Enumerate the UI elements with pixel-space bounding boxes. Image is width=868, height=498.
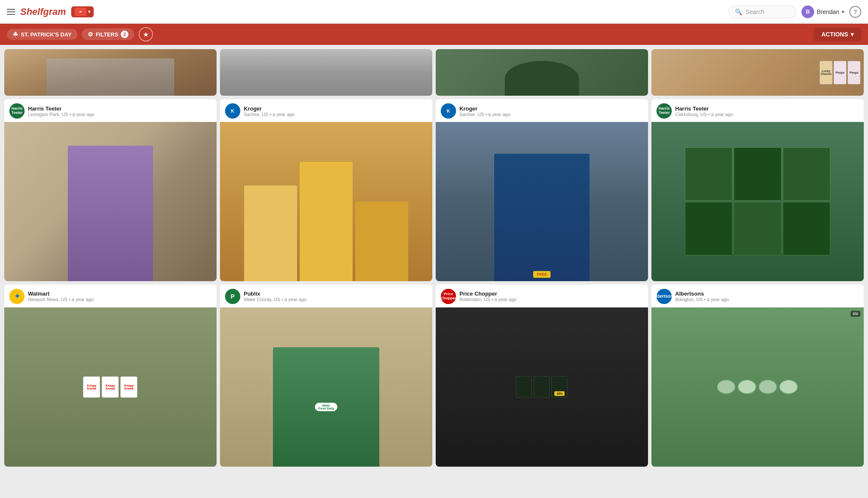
store-info-6: Publix Wake County, US • a year ago <box>244 290 427 302</box>
top-image-3 <box>436 49 648 96</box>
store-info-2: Kroger Sachse, US • a year ago <box>244 105 427 117</box>
event-filter-pill[interactable]: ☘ ST. PATRICK'S DAY <box>7 29 78 40</box>
store-avatar-5: ✦ <box>9 289 25 304</box>
store-avatar-4: HarrisTeeter <box>657 103 672 119</box>
grid-card-2[interactable]: K Kroger Sachse, US • a year ago <box>220 99 432 281</box>
grid-card-6[interactable]: P Publix Wake County, US • a year ago Ma… <box>220 285 432 467</box>
grid-card-1[interactable]: HarrisTeeter Harris Teeter Lexington Par… <box>4 99 217 281</box>
store-info-7: Price Chopper Rotterdam, US • a year ago <box>459 290 643 302</box>
top-image-1 <box>4 49 217 96</box>
star-icon: ★ <box>143 30 149 39</box>
top-card-4[interactable]: LuckyCharms Peeps Peeps <box>651 49 864 96</box>
header-right: 🔍 Search B Brendan ▾ ? <box>729 6 861 18</box>
store-meta-4: Clarksburg, US • a year ago <box>675 112 859 117</box>
store-info-3: Kroger Sachse, US • a year ago <box>459 105 643 117</box>
card-image-6: MadeFresh Daily <box>220 307 432 467</box>
top-image-2 <box>220 49 432 96</box>
grid-card-7[interactable]: PriceChopper Price Chopper Rotterdam, US… <box>436 285 648 467</box>
menu-icon[interactable] <box>7 9 15 15</box>
filters-label: FILTERS <box>96 31 118 38</box>
card-image-2 <box>220 122 432 281</box>
grid-card-8[interactable]: Albertsons Albertsons Arlington, US • a … <box>651 285 864 467</box>
store-meta-8: Arlington, US • a year ago <box>675 297 859 302</box>
brand-icon: ▪▪ <box>75 8 86 16</box>
store-avatar-2: K <box>225 103 240 119</box>
store-name-5: Walmart <box>28 290 211 297</box>
store-meta-7: Rotterdam, US • a year ago <box>459 297 643 302</box>
main-content: LuckyCharms Peeps Peeps HarrisTeeter Har… <box>0 45 868 498</box>
card-7-header: PriceChopper Price Chopper Rotterdam, US… <box>436 285 648 307</box>
store-avatar-3: K <box>441 103 456 119</box>
user-menu[interactable]: B Brendan ▾ <box>801 6 844 18</box>
filter-icon: ⚙ <box>88 31 93 38</box>
help-button[interactable]: ? <box>849 6 861 18</box>
card-image-5: KrispyKreme KrispyKreme KrispyKreme <box>4 307 217 467</box>
filters-count-badge: 2 <box>121 30 128 38</box>
store-name-3: Kroger <box>459 105 643 112</box>
store-info-5: Walmart Newport News, US • a year ago <box>28 290 211 302</box>
actions-chevron-icon: ▾ <box>851 31 854 38</box>
store-meta-2: Sachse, US • a year ago <box>244 112 427 117</box>
card-2-header: K Kroger Sachse, US • a year ago <box>220 99 432 122</box>
card-image-1 <box>4 122 217 281</box>
grid-card-5[interactable]: ✦ Walmart Newport News, US • a year ago … <box>4 285 217 467</box>
grid-card-3[interactable]: K Kroger Sachse, US • a year ago FREE <box>436 99 648 281</box>
top-card-2[interactable] <box>220 49 432 96</box>
logo-text: Shelfgram <box>20 6 66 17</box>
card-image-8: OV <box>651 307 864 467</box>
store-name-1: Harris Teeter <box>28 105 211 112</box>
store-name-8: Albertsons <box>675 290 859 297</box>
store-meta-6: Wake County, US • a year ago <box>244 297 427 302</box>
header-left: Shelfgram ▪▪ ▾ <box>7 6 94 17</box>
event-label: ST. PATRICK'S DAY <box>21 31 72 38</box>
clover-icon: ☘ <box>13 31 18 38</box>
store-meta-1: Lexington Park, US • a year ago <box>28 112 211 117</box>
search-box[interactable]: 🔍 Search <box>729 6 796 18</box>
image-grid: LuckyCharms Peeps Peeps HarrisTeeter Har… <box>4 49 864 467</box>
filters-pill[interactable]: ⚙ FILTERS 2 <box>82 28 134 40</box>
store-avatar-7: PriceChopper <box>441 289 456 304</box>
store-avatar-8: Albertsons <box>657 289 672 304</box>
top-card-1[interactable] <box>4 49 217 96</box>
user-chevron-icon: ▾ <box>842 9 844 15</box>
top-image-4: LuckyCharms Peeps Peeps <box>651 49 864 96</box>
store-name-4: Harris Teeter <box>675 105 859 112</box>
card-4-header: HarrisTeeter Harris Teeter Clarksburg, U… <box>651 99 864 122</box>
store-name-6: Publix <box>244 290 427 297</box>
card-8-header: Albertsons Albertsons Arlington, US • a … <box>651 285 864 307</box>
brand-chevron-icon: ▾ <box>88 9 90 14</box>
card-image-3: FREE <box>436 122 648 281</box>
app-header: Shelfgram ▪▪ ▾ 🔍 Search B Brendan ▾ ? <box>0 0 868 24</box>
search-placeholder: Search <box>746 8 764 15</box>
card-3-header: K Kroger Sachse, US • a year ago <box>436 99 648 122</box>
search-icon: 🔍 <box>735 8 742 15</box>
actions-label: ACTIONS <box>821 31 848 38</box>
store-name-2: Kroger <box>244 105 427 112</box>
card-5-header: ✦ Walmart Newport News, US • a year ago <box>4 285 217 307</box>
store-avatar-1: HarrisTeeter <box>9 103 25 119</box>
top-card-3[interactable] <box>436 49 648 96</box>
brand-selector[interactable]: ▪▪ ▾ <box>71 6 94 17</box>
card-1-header: HarrisTeeter Harris Teeter Lexington Par… <box>4 99 217 122</box>
logo[interactable]: Shelfgram <box>20 6 66 17</box>
user-avatar: B <box>801 6 814 18</box>
actions-button[interactable]: ACTIONS ▾ <box>814 28 861 41</box>
store-avatar-6: P <box>225 289 240 304</box>
card-6-header: P Publix Wake County, US • a year ago <box>220 285 432 307</box>
card-image-4 <box>651 122 864 281</box>
filter-bar: ☘ ST. PATRICK'S DAY ⚙ FILTERS 2 ★ ACTION… <box>0 24 868 45</box>
card-image-7: 10% <box>436 307 648 467</box>
store-info-1: Harris Teeter Lexington Park, US • a yea… <box>28 105 211 117</box>
store-name-7: Price Chopper <box>459 290 643 297</box>
store-info-8: Albertsons Arlington, US • a year ago <box>675 290 859 302</box>
grid-card-4[interactable]: HarrisTeeter Harris Teeter Clarksburg, U… <box>651 99 864 281</box>
store-meta-3: Sachse, US • a year ago <box>459 112 643 117</box>
ov-badge: OV <box>851 311 860 317</box>
user-name: Brendan <box>817 8 839 15</box>
store-info-4: Harris Teeter Clarksburg, US • a year ag… <box>675 105 859 117</box>
store-meta-5: Newport News, US • a year ago <box>28 297 211 302</box>
star-button[interactable]: ★ <box>139 27 153 42</box>
